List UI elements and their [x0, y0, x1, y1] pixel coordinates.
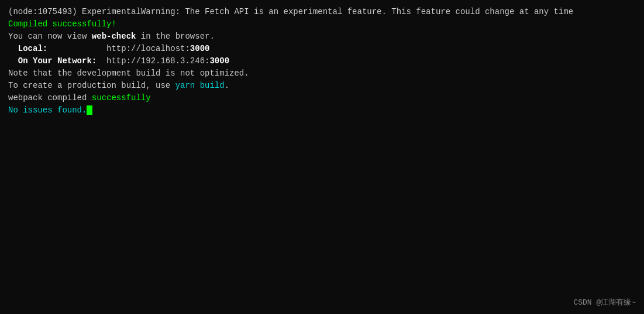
terminal-segment: Local:: [8, 44, 106, 53]
terminal-segment: yarn build: [175, 81, 225, 90]
terminal-segment: http://192.168.3.246:: [106, 56, 209, 66]
terminal-line-note-line2: To create a production build, use yarn b…: [8, 80, 636, 92]
terminal-segment: http://localhost:: [106, 44, 190, 53]
terminal-line-local-url: Local: http://localhost:3000: [8, 43, 636, 55]
terminal-segment: To create a production build, use: [8, 81, 175, 90]
terminal: (node:1075493) ExperimentalWarning: The …: [0, 0, 644, 314]
terminal-segment: 3000: [209, 56, 229, 66]
terminal-segment: Note that the development build is not o…: [8, 69, 249, 78]
terminal-line-warning-line: (node:1075493) ExperimentalWarning: The …: [8, 6, 636, 18]
terminal-line-note-line1: Note that the development build is not o…: [8, 67, 636, 80]
terminal-segment: On Your Network:: [8, 56, 106, 66]
terminal-segment: webpack compiled: [8, 93, 92, 103]
terminal-line-network-url: On Your Network: http://192.168.3.246:30…: [8, 55, 636, 67]
terminal-line-webpack-compiled: webpack compiled successfully: [8, 92, 636, 104]
terminal-segment: .: [225, 81, 229, 90]
terminal-line-compiled-successfully: Compiled successfully!: [8, 18, 636, 30]
terminal-segment: successfully: [92, 93, 151, 103]
terminal-cursor: [87, 105, 92, 115]
terminal-line-no-issues: No issues found.: [8, 104, 636, 117]
watermark: CSDN @江湖有缘~: [573, 297, 636, 309]
terminal-line-view-in-browser: You can now view web-check in the browse…: [8, 30, 636, 43]
terminal-segment: web-check: [92, 32, 136, 41]
terminal-segment: in the browser.: [136, 32, 214, 41]
terminal-segment: (node:1075493) ExperimentalWarning: The …: [8, 7, 573, 16]
terminal-segment: No issues found.: [8, 105, 87, 115]
terminal-segment: 3000: [190, 44, 210, 53]
terminal-segment: You can now view: [8, 32, 92, 41]
terminal-segment: Compiled successfully!: [8, 19, 116, 29]
